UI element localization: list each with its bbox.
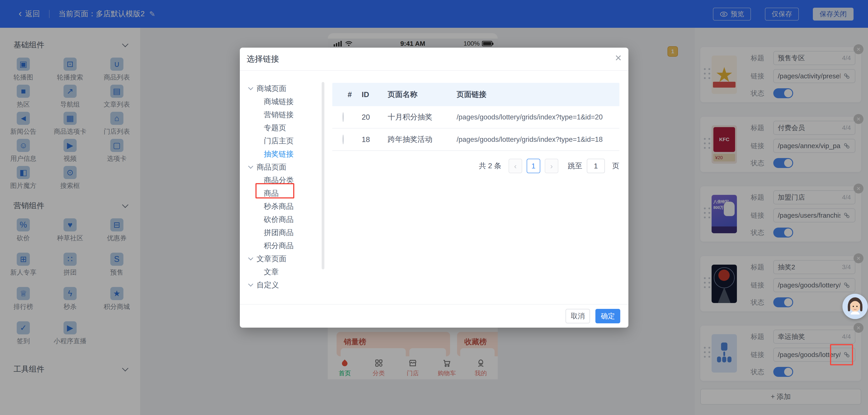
tree-item-groupbuy-goods[interactable]: 拼团商品	[240, 226, 321, 239]
tree-item-custom[interactable]: 自定义	[240, 278, 321, 291]
page-unit-label: 页	[612, 161, 619, 171]
tree-item-article-pages[interactable]: 文章页面	[240, 252, 321, 265]
prev-page-button[interactable]: ‹	[508, 159, 522, 173]
row-id: 20	[354, 113, 380, 122]
dialog-title: 选择链接	[240, 48, 628, 71]
jump-page-input[interactable]: 1	[587, 159, 605, 173]
close-icon[interactable]: ×	[615, 52, 622, 64]
confirm-button[interactable]: 确定	[595, 309, 620, 323]
tree-item-seckill-goods[interactable]: 秒杀商品	[240, 200, 321, 213]
annotation-box-lottery-links	[255, 183, 294, 199]
page-builder-app: ‹ 返回 当前页面：多店默认模版2 ✎ 预览 仅保存 保存关闭 基础组件 ▣轮播	[0, 0, 868, 415]
annotation-box-link-icon	[830, 344, 853, 365]
row-page-name: 跨年抽奖活动	[380, 134, 447, 144]
row-id: 18	[354, 135, 380, 144]
link-table: # ID 页面名称 页面链接 20 十月积分抽奖 /pages/goods/lo…	[332, 83, 619, 151]
tree-item-article[interactable]: 文章	[240, 265, 321, 278]
tree-item-points-goods[interactable]: 积分商品	[240, 239, 321, 252]
tree-item-mall-pages[interactable]: 商城页面	[240, 82, 321, 95]
cancel-button[interactable]: 取消	[565, 309, 590, 323]
row-page-link: /pages/goods/lottery/grids/index?type=1&…	[447, 113, 619, 121]
caret-down-icon	[248, 164, 253, 169]
caret-down-icon	[248, 255, 253, 261]
pagination: 共 2 条 ‹ 1 › 跳至 1 页	[332, 159, 619, 173]
row-page-name: 十月积分抽奖	[380, 112, 447, 122]
next-page-button[interactable]: ›	[545, 159, 558, 173]
row-page-link: /pages/goods/lottery/grids/index?type=1&…	[447, 136, 619, 144]
table-row[interactable]: 20 十月积分抽奖 /pages/goods/lottery/grids/ind…	[332, 106, 619, 129]
tree-item-store-home[interactable]: 门店主页	[240, 134, 321, 147]
assistant-avatar[interactable]	[842, 294, 868, 319]
table-header-row: # ID 页面名称 页面链接	[332, 83, 619, 106]
link-picker-dialog: 选择链接 × 商城页面 商城链接 营销链接 专题页 门店主页 抽奖链接 商品页面…	[240, 48, 628, 327]
tree-item-lottery-links[interactable]: 抽奖链接	[240, 147, 321, 161]
tree-item-marketing-links[interactable]: 营销链接	[240, 108, 321, 121]
caret-down-icon	[248, 282, 253, 287]
caret-down-icon	[248, 85, 253, 90]
current-page-button[interactable]: 1	[527, 159, 540, 173]
tree-scrollbar[interactable]	[322, 82, 324, 269]
radio-button[interactable]	[342, 135, 344, 144]
tree-item-topic-page[interactable]: 专题页	[240, 121, 321, 134]
tree-item-mall-links[interactable]: 商城链接	[240, 95, 321, 108]
radio-button[interactable]	[342, 112, 344, 122]
table-row[interactable]: 18 跨年抽奖活动 /pages/goods/lottery/grids/ind…	[332, 129, 619, 151]
total-count: 共 2 条	[479, 161, 501, 171]
tree-item-bargain-goods[interactable]: 砍价商品	[240, 213, 321, 226]
jump-label: 跳至	[568, 161, 582, 171]
tree-item-goods-pages[interactable]: 商品页面	[240, 161, 321, 174]
